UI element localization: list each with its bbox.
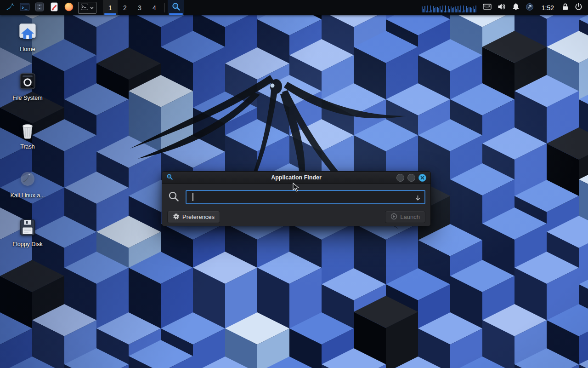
workspace-button-3[interactable]: 3: [132, 0, 147, 15]
status-icon: [526, 3, 534, 13]
file-manager-launcher[interactable]: [33, 1, 46, 14]
desktop: 1 2 3 4: [0, 0, 588, 368]
workspace-label: 4: [153, 4, 156, 12]
search-input[interactable]: [187, 191, 424, 203]
entry-dropdown-arrow-icon[interactable]: [414, 195, 421, 203]
button-row: Preferences Launch: [162, 207, 430, 229]
preferences-button[interactable]: Preferences: [167, 211, 220, 223]
tray-keyboard-button[interactable]: [483, 3, 492, 12]
minimize-button[interactable]: [396, 174, 404, 182]
text-editor-icon: [49, 2, 59, 14]
kali-docs-icon: [17, 168, 39, 190]
desktop-icon-label: Trash: [20, 144, 35, 150]
panel-clock[interactable]: 1:52: [542, 4, 554, 12]
desktop-icon-trash[interactable]: Trash: [7, 119, 48, 168]
panel-separator: [164, 3, 165, 12]
search-row: [162, 184, 430, 207]
desktop-icon-floppy-disk[interactable]: Floppy Disk: [7, 217, 48, 265]
window-title: Application Finder: [162, 174, 430, 181]
desktop-icon-label: Home: [20, 46, 35, 52]
workspace-switcher: 1 2 3 4: [103, 0, 162, 15]
lock-icon: [562, 3, 569, 12]
workspace-button-1[interactable]: 1: [103, 0, 118, 15]
terminal-dropdown-launcher[interactable]: [78, 2, 96, 14]
tray-screenlock-button[interactable]: [562, 3, 569, 12]
terminal-launcher[interactable]: [18, 1, 32, 14]
workspace-label: 1: [108, 4, 112, 12]
kali-dragon-icon: [5, 2, 15, 14]
text-caret: [192, 193, 193, 201]
desktop-icon-label: Floppy Disk: [12, 241, 42, 247]
window-icon: [166, 173, 173, 182]
maximize-button[interactable]: [407, 174, 415, 182]
magnifier-icon: [171, 2, 181, 13]
preferences-label: Preferences: [182, 213, 215, 220]
text-editor-launcher[interactable]: [47, 1, 61, 14]
firefox-icon: [64, 2, 74, 14]
kali-menu-button[interactable]: [3, 1, 17, 14]
desktop-icon-file-system[interactable]: File System: [7, 70, 48, 119]
firefox-launcher[interactable]: [62, 1, 76, 14]
workspace-label: 2: [123, 4, 127, 12]
file-cabinet-icon: [34, 2, 45, 14]
floppy-icon: [17, 217, 39, 239]
tray-logout-button[interactable]: [575, 3, 582, 12]
window-controls: [396, 174, 426, 182]
tray-status-button[interactable]: [526, 3, 534, 13]
launch-label: Launch: [400, 213, 420, 220]
panel-activity-graph: [422, 3, 476, 12]
desktop-icon-column: Home File System Trash: [7, 22, 48, 265]
search-icon: [168, 190, 180, 204]
close-button[interactable]: [418, 174, 426, 182]
application-finder-window: Application Finder: [162, 171, 431, 226]
launch-icon: [390, 213, 397, 221]
power-icon: [575, 3, 582, 12]
taskbar-button-application-finder[interactable]: [168, 0, 184, 15]
desktop-icon-home[interactable]: Home: [7, 22, 48, 70]
system-tray: 1:52: [483, 3, 582, 13]
keyboard-icon: [483, 3, 492, 12]
trash-icon: [17, 119, 39, 141]
gear-icon: [173, 213, 180, 221]
desktop-icon-label: Kali Linux a...: [10, 192, 45, 199]
workspace-button-4[interactable]: 4: [147, 0, 162, 15]
tray-volume-button[interactable]: [498, 3, 506, 12]
desktop-icon-label: File System: [12, 95, 42, 101]
top-panel: 1 2 3 4: [0, 0, 588, 15]
chevron-down-icon: [90, 4, 94, 12]
search-entry: [186, 190, 425, 204]
desktop-icon-kali-docs[interactable]: Kali Linux a...: [7, 168, 48, 217]
workspace-button-2[interactable]: 2: [118, 0, 132, 15]
titlebar[interactable]: Application Finder: [162, 172, 430, 184]
home-icon: [17, 22, 39, 44]
launch-button[interactable]: Launch: [385, 211, 425, 223]
bell-icon: [512, 3, 520, 12]
terminal-dropdown-icon: [80, 3, 89, 13]
terminal-window-icon: [20, 2, 30, 14]
tray-notifications-button[interactable]: [512, 3, 520, 12]
workspace-label: 3: [138, 4, 141, 12]
volume-icon: [498, 3, 506, 12]
filesystem-icon: [17, 70, 39, 92]
